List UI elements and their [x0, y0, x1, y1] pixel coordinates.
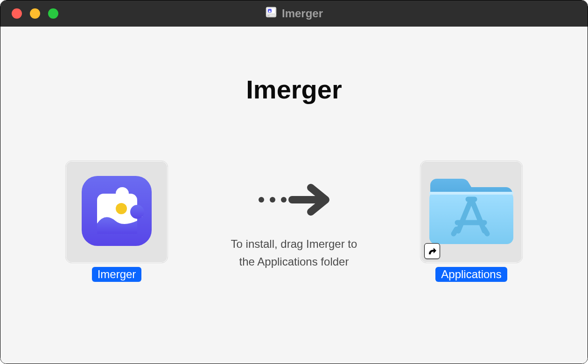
svg-rect-7: [116, 187, 129, 200]
svg-rect-4: [267, 15, 269, 16]
close-button[interactable]: [12, 8, 22, 19]
minimize-button[interactable]: [30, 8, 40, 19]
applications-folder-icon: [425, 171, 518, 252]
page-title: Imerger: [0, 74, 588, 105]
center-column: To install, drag Imerger to the Applicat…: [224, 161, 364, 271]
applications-folder-tile[interactable]: [420, 161, 523, 263]
drag-arrow: [257, 181, 331, 218]
app-label: Imerger: [92, 267, 142, 282]
zoom-button[interactable]: [48, 8, 58, 19]
content-area: Imerger: [0, 27, 588, 364]
titlebar: Imerger: [0, 0, 588, 27]
app-item: Imerger: [65, 161, 168, 282]
app-icon-tile[interactable]: [65, 161, 168, 263]
svg-point-11: [259, 197, 264, 203]
alias-arrow-icon: [424, 243, 440, 259]
window-controls: [0, 8, 58, 19]
installer-row: Imerger To install, drag Imerger to the …: [0, 161, 588, 282]
instruction-text: To install, drag Imerger to the Applicat…: [224, 235, 364, 271]
installer-window: Imerger Imerger: [0, 0, 588, 364]
window-title: Imerger: [282, 7, 323, 20]
destination-label: Applications: [435, 267, 507, 282]
svg-point-13: [281, 197, 287, 203]
imerger-app-icon: [82, 176, 152, 248]
svg-point-12: [270, 197, 275, 203]
destination-item: Applications: [420, 161, 523, 282]
window-title-group: Imerger: [265, 6, 323, 21]
disk-image-icon: [265, 6, 277, 21]
svg-rect-8: [130, 205, 144, 219]
svg-rect-15: [429, 192, 513, 195]
svg-point-9: [116, 203, 127, 214]
